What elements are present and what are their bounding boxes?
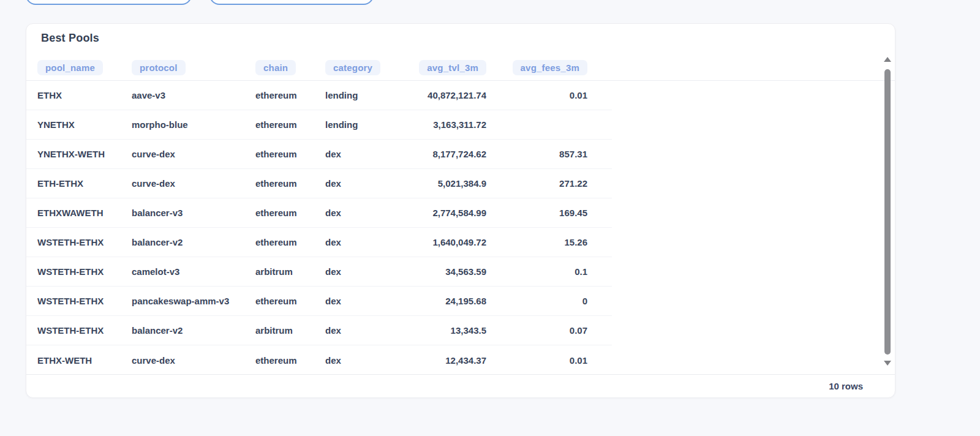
cell-avg_tvl_3m: 13,343.5 (401, 325, 486, 336)
cell-chain: ethereum (255, 296, 325, 306)
cell-category: dex (325, 178, 401, 189)
cell-category: dex (325, 266, 401, 277)
cell-pool_name: WSTETH-ETHX (37, 296, 132, 306)
filter-pill-1[interactable] (26, 0, 192, 5)
cell-avg_tvl_3m: 34,563.59 (401, 266, 486, 277)
table-row[interactable]: WSTETH-ETHXpancakeswap-amm-v3ethereumdex… (26, 287, 612, 316)
cell-protocol: pancakeswap-amm-v3 (132, 296, 255, 306)
cell-category: lending (325, 119, 401, 130)
table-row[interactable]: YNETHXmorpho-blueethereumlending3,163,31… (26, 110, 612, 140)
cell-pool_name: WSTETH-ETHX (37, 325, 132, 336)
cell-category: dex (325, 208, 401, 218)
cell-category: dex (325, 355, 401, 366)
cell-avg_fees_3m: 271.22 (486, 178, 587, 189)
column-chip-protocol[interactable]: protocol (132, 60, 186, 75)
cell-pool_name: ETHX-WETH (37, 355, 132, 366)
table-row[interactable]: YNETHX-WETHcurve-dexethereumdex8,177,724… (26, 140, 612, 169)
table-row[interactable]: WSTETH-ETHXbalancer-v2arbitrumdex13,343.… (26, 316, 612, 345)
cell-avg_fees_3m: 0.1 (486, 266, 587, 277)
cell-chain: arbitrum (255, 266, 325, 277)
cell-avg_tvl_3m: 40,872,121.74 (401, 90, 486, 100)
scrollbar-thumb[interactable] (884, 69, 891, 355)
cell-avg_tvl_3m: 24,195.68 (401, 296, 486, 306)
cell-protocol: curve-dex (132, 149, 255, 159)
table-body: ETHXaave-v3ethereumlending40,872,121.740… (26, 81, 612, 375)
cell-pool_name: YNETHX (37, 119, 132, 130)
cell-protocol: balancer-v3 (132, 208, 255, 218)
column-chip-pool_name[interactable]: pool_name (37, 60, 103, 75)
cell-avg_tvl_3m: 1,640,049.72 (401, 237, 486, 247)
cell-avg_fees_3m: 0.01 (486, 355, 587, 366)
cell-pool_name: YNETHX-WETH (37, 149, 132, 159)
column-chip-chain[interactable]: chain (255, 60, 296, 75)
cell-chain: arbitrum (255, 325, 325, 336)
card-title: Best Pools (41, 32, 99, 45)
cell-avg_fees_3m: 0.01 (486, 90, 587, 100)
cell-chain: ethereum (255, 149, 325, 159)
filter-pill-2[interactable] (209, 0, 374, 5)
page: Best Pools pool_nameprotocolchaincategor… (0, 0, 980, 436)
cell-protocol: aave-v3 (132, 90, 255, 100)
cell-category: dex (325, 325, 401, 336)
cell-category: dex (325, 237, 401, 247)
table-row[interactable]: ETH-ETHXcurve-dexethereumdex5,021,384.92… (26, 169, 612, 198)
table-row[interactable]: WSTETH-ETHXbalancer-v2ethereumdex1,640,0… (26, 228, 612, 257)
cell-pool_name: ETHX (37, 90, 132, 100)
table-row[interactable]: ETHXaave-v3ethereumlending40,872,121.740… (26, 81, 612, 110)
table-row[interactable]: WSTETH-ETHXcamelot-v3arbitrumdex34,563.5… (26, 257, 612, 287)
cell-avg_fees_3m: 857.31 (486, 149, 587, 159)
cell-category: dex (325, 149, 401, 159)
best-pools-card: Best Pools pool_nameprotocolchaincategor… (26, 23, 895, 398)
cell-protocol: morpho-blue (132, 119, 255, 130)
cell-avg_fees_3m: 15.26 (486, 237, 587, 247)
vertical-scrollbar[interactable] (883, 55, 892, 370)
table-header-row: pool_nameprotocolchaincategoryavg_tvl_3m… (26, 58, 612, 77)
cell-avg_fees_3m: 169.45 (486, 208, 587, 218)
cell-protocol: curve-dex (132, 178, 255, 189)
cell-chain: ethereum (255, 355, 325, 366)
cell-avg_tvl_3m: 12,434.37 (401, 355, 486, 366)
cell-pool_name: WSTETH-ETHX (37, 266, 132, 277)
column-chip-category[interactable]: category (325, 60, 380, 75)
cell-avg_tvl_3m: 5,021,384.9 (401, 178, 486, 189)
cell-protocol: curve-dex (132, 355, 255, 366)
cell-chain: ethereum (255, 208, 325, 218)
cell-avg_tvl_3m: 2,774,584.99 (401, 208, 486, 218)
cell-category: dex (325, 296, 401, 306)
cell-chain: ethereum (255, 178, 325, 189)
cell-protocol: balancer-v2 (132, 237, 255, 247)
table-row[interactable]: ETHXWAWETHbalancer-v3ethereumdex2,774,58… (26, 198, 612, 228)
scroll-down-icon[interactable] (884, 361, 891, 366)
row-count-label: 10 rows (26, 374, 895, 397)
cell-category: lending (325, 90, 401, 100)
cell-avg_fees_3m: 0.07 (486, 325, 587, 336)
cell-protocol: balancer-v2 (132, 325, 255, 336)
scroll-up-icon[interactable] (884, 57, 891, 62)
cell-pool_name: ETHXWAWETH (37, 208, 132, 218)
cell-avg_tvl_3m: 3,163,311.72 (401, 119, 486, 130)
cell-chain: ethereum (255, 90, 325, 100)
cell-pool_name: ETH-ETHX (37, 178, 132, 189)
cell-protocol: camelot-v3 (132, 266, 255, 277)
column-chip-avg_tvl_3m[interactable]: avg_tvl_3m (419, 60, 486, 75)
cell-pool_name: WSTETH-ETHX (37, 237, 132, 247)
cell-chain: ethereum (255, 119, 325, 130)
cell-avg_tvl_3m: 8,177,724.62 (401, 149, 486, 159)
cell-avg_fees_3m: 0 (486, 296, 587, 306)
table-row[interactable]: ETHX-WETHcurve-dexethereumdex12,434.370.… (26, 345, 612, 375)
column-chip-avg_fees_3m[interactable]: avg_fees_3m (513, 60, 587, 75)
cell-chain: ethereum (255, 237, 325, 247)
